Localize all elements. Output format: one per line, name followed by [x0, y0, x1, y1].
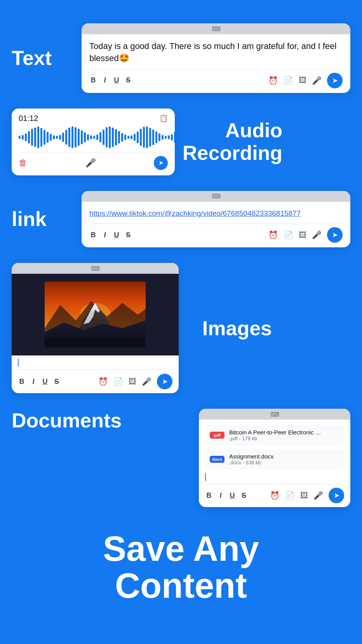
docs-send-arrow-icon: ➤: [334, 491, 339, 500]
svg-rect-7: [45, 338, 146, 348]
images-toolbar-icons: ⏰ 📄 🖼 🎤 ➤: [98, 374, 172, 389]
audio-doc-icon: 📋: [159, 114, 168, 122]
pdf-badge: pdf: [210, 432, 225, 439]
link-keyboard-icon: ⌨: [212, 192, 221, 200]
document-icon[interactable]: 📄: [284, 76, 293, 85]
wave-bar: [106, 127, 108, 147]
docs-underline-button[interactable]: U: [228, 492, 236, 500]
link-send-button[interactable]: ➤: [327, 227, 343, 243]
images-underline-button[interactable]: U: [41, 378, 49, 386]
link-italic-button[interactable]: I: [101, 231, 109, 239]
wave-bar: [165, 136, 167, 139]
docs-send-button[interactable]: ➤: [329, 488, 344, 503]
pdf-info: Bitcoin A Peer-to-Peer Electronic Cash S…: [229, 429, 322, 441]
images-send-button[interactable]: ➤: [157, 374, 172, 389]
mountain-svg: [45, 282, 146, 348]
send-button[interactable]: ➤: [327, 73, 343, 88]
audio-toolbar: 🗑 🎤 ➤: [19, 152, 168, 170]
text-content: Today is a good day. There is so much I …: [89, 40, 343, 69]
alarm-icon[interactable]: ⏰: [268, 76, 278, 85]
link-label: link: [12, 207, 74, 231]
audio-card-body: 01:12 📋 🗑 🎤 ➤: [12, 108, 175, 175]
images-image-icon[interactable]: 🖼: [129, 377, 136, 386]
docs-document-icon[interactable]: 📄: [285, 491, 295, 500]
wave-bar: [71, 126, 73, 148]
image-container: [12, 274, 179, 355]
wave-bar: [68, 128, 70, 147]
link-alarm-icon[interactable]: ⏰: [268, 230, 278, 240]
images-strikethrough-button[interactable]: S: [53, 378, 61, 386]
wave-bar: [31, 129, 33, 146]
send-arrow-icon: ➤: [332, 76, 338, 85]
audio-mic-icon[interactable]: 🎤: [85, 158, 96, 168]
docs-input-cursor: [205, 473, 344, 481]
wave-bar: [65, 130, 67, 145]
wave-bar: [131, 135, 132, 139]
docs-format-buttons: B I U S: [205, 492, 248, 500]
images-italic-button[interactable]: I: [30, 378, 37, 386]
underline-button[interactable]: U: [113, 76, 120, 84]
link-text[interactable]: https://www.tiktok.com/@zachking/video/6…: [89, 208, 343, 224]
docs-bold-button[interactable]: B: [205, 492, 213, 500]
audio-waveform: [19, 128, 168, 147]
images-mic-icon[interactable]: 🎤: [142, 377, 151, 386]
toolbar-icons: ⏰ 📄 🖼 🎤 ➤: [268, 73, 343, 88]
wave-bar: [146, 126, 148, 148]
strikethrough-button[interactable]: S: [124, 76, 132, 84]
audio-card: 01:12 📋 🗑 🎤 ➤: [12, 108, 175, 175]
images-bold-button[interactable]: B: [18, 378, 26, 386]
docs-image-icon[interactable]: 🖼: [300, 491, 308, 500]
wave-bar: [162, 135, 164, 140]
docs-keyboard-icon: ⌨: [270, 411, 279, 418]
wave-bar: [59, 135, 61, 140]
delete-icon[interactable]: 🗑: [19, 158, 27, 168]
docs-alarm-icon[interactable]: ⏰: [270, 491, 280, 500]
link-format-buttons: B I U S: [89, 231, 132, 239]
wave-bar: [62, 133, 64, 142]
link-strikethrough-button[interactable]: S: [124, 231, 132, 239]
documents-label: Documents: [12, 409, 122, 432]
docs-strikethrough-button[interactable]: S: [240, 492, 248, 500]
wave-bar: [155, 131, 157, 143]
images-card: ⌨: [12, 263, 179, 393]
docs-italic-button[interactable]: I: [217, 492, 225, 500]
images-alarm-icon[interactable]: ⏰: [98, 377, 108, 386]
mic-icon[interactable]: 🎤: [312, 76, 322, 85]
link-card-body: https://www.tiktok.com/@zachking/video/6…: [82, 202, 350, 248]
wave-bar: [171, 134, 173, 140]
wave-bar: [19, 136, 21, 139]
link-image-icon[interactable]: 🖼: [299, 231, 306, 240]
documents-feature-row: Documents ⌨ pdf Bitcoin A Peer-to-Peer E…: [12, 409, 350, 507]
wave-bar: [103, 130, 104, 145]
link-feature-row: link ⌨ https://www.tiktok.com/@zachking/…: [12, 191, 350, 248]
text-label: Text: [12, 46, 74, 70]
keyboard-icon: ⌨: [212, 25, 221, 33]
images-cursor-area: [12, 355, 179, 369]
link-send-arrow-icon: ➤: [332, 231, 338, 239]
link-underline-button[interactable]: U: [113, 231, 120, 239]
audio-header: 01:12 📋: [19, 114, 168, 123]
italic-button[interactable]: I: [101, 76, 109, 84]
link-document-icon[interactable]: 📄: [284, 230, 293, 240]
docx-badge: docx: [210, 456, 225, 463]
wave-bar: [137, 131, 139, 143]
save-title-line1: Save Any: [12, 530, 350, 567]
images-document-icon[interactable]: 📄: [113, 377, 123, 386]
wave-bar: [158, 133, 160, 141]
link-card: ⌨ https://www.tiktok.com/@zachking/video…: [82, 191, 350, 248]
docs-toolbar: B I U S ⏰ 📄 🖼 🎤 ➤: [205, 484, 344, 503]
audio-label: Audio Recording: [183, 119, 282, 164]
docs-mic-icon[interactable]: 🎤: [313, 491, 323, 500]
text-card-body: Today is a good day. There is so much I …: [82, 34, 350, 93]
image-icon[interactable]: 🖼: [299, 76, 306, 85]
wave-bar: [121, 133, 123, 142]
documents-card: ⌨ pdf Bitcoin A Peer-to-Peer Electronic …: [199, 409, 350, 507]
bold-button[interactable]: B: [89, 76, 97, 84]
format-buttons: B I U S: [89, 76, 132, 84]
audio-send-button[interactable]: ➤: [154, 156, 168, 170]
link-bold-button[interactable]: B: [89, 231, 97, 239]
images-label: Images: [186, 317, 272, 340]
link-mic-icon[interactable]: 🎤: [312, 230, 322, 240]
link-toolbar: B I U S ⏰ 📄 🖼 🎤 ➤: [89, 224, 343, 243]
wave-bar: [84, 132, 86, 142]
